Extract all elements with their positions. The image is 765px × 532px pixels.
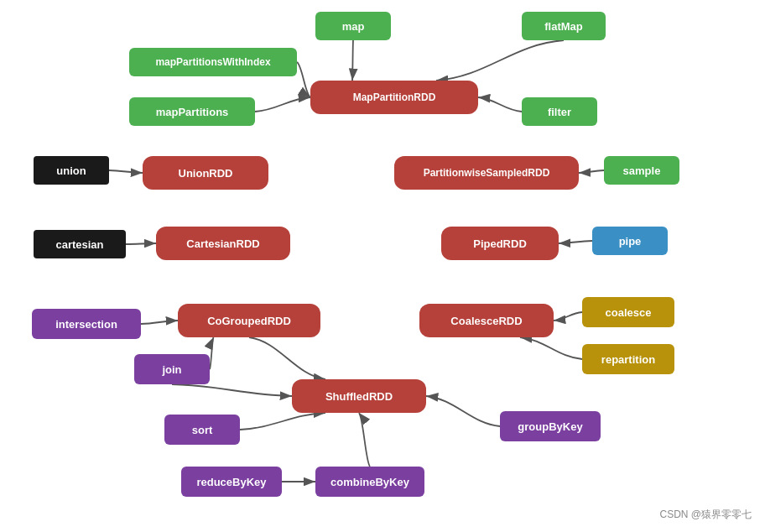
node-UnionRDD: UnionRDD: [143, 156, 268, 190]
node-CartesianRDD: CartesianRDD: [156, 227, 290, 260]
node-MapPartitionRDD: MapPartitionRDD: [310, 81, 478, 114]
node-intersection: intersection: [32, 309, 141, 339]
node-map: map: [315, 12, 391, 40]
node-CoGroupedRDD: CoGroupedRDD: [178, 304, 320, 337]
node-PartitionwiseSampledRDD: PartitionwiseSampledRDD: [394, 156, 579, 190]
node-reduceByKey: reduceByKey: [181, 467, 282, 497]
node-sample: sample: [604, 156, 679, 185]
node-mapPartitionsWithIndex: mapPartitionsWithIndex: [129, 48, 297, 76]
node-pipe: pipe: [592, 227, 668, 255]
diagram-container: mapflatMapmapPartitionsWithIndexMapParti…: [0, 0, 765, 532]
node-sort: sort: [164, 415, 240, 445]
node-groupByKey: groupByKey: [500, 411, 601, 441]
watermark: CSDN @猿界零零七: [659, 508, 752, 522]
node-coalesce: coalesce: [582, 297, 674, 327]
node-cartesian: cartesian: [34, 230, 126, 258]
node-combineByKey: combineByKey: [315, 467, 424, 497]
node-PipedRDD: PipedRDD: [441, 227, 559, 260]
node-filter: filter: [522, 97, 597, 126]
node-join: join: [134, 354, 210, 384]
node-flatMap: flatMap: [522, 12, 606, 40]
node-mapPartitions: mapPartitions: [129, 97, 255, 126]
node-union: union: [34, 156, 109, 185]
node-CoalesceRDD: CoalesceRDD: [419, 304, 554, 337]
node-repartition: repartition: [582, 344, 674, 374]
node-ShuffledRDD: ShuffledRDD: [292, 379, 426, 413]
